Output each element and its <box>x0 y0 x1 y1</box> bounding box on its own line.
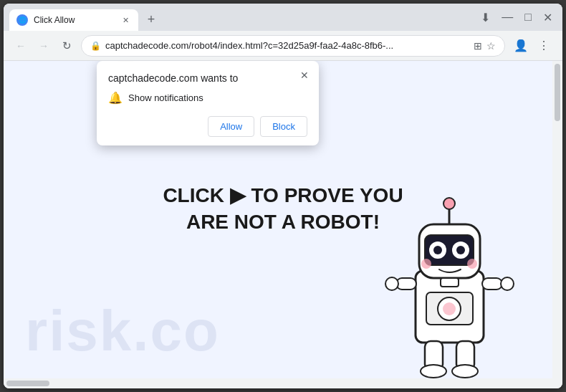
translate-icon[interactable]: ⊞ <box>474 40 482 52</box>
svg-point-10 <box>467 259 477 269</box>
title-bar: 🌐 Click Allow ✕ + ⬇ — □ ✕ <box>4 4 562 31</box>
forward-button[interactable]: → <box>35 37 52 54</box>
reload-button[interactable]: ↻ <box>58 37 75 54</box>
svg-point-18 <box>501 277 514 290</box>
maximize-button[interactable]: □ <box>522 9 534 25</box>
browser-window: 🌐 Click Allow ✕ + ⬇ — □ ✕ ← → ↻ 🔒 captch… <box>4 4 562 388</box>
url-text: captchadecode.com/robot4/index.html?c=32… <box>105 40 469 51</box>
tab-strip: 🌐 Click Allow ✕ + <box>4 4 478 31</box>
heading-line1: CLICK ▶ TO PROVE YOU <box>163 184 403 206</box>
svg-point-22 <box>452 365 478 378</box>
window-controls: ⬇ — □ ✕ <box>478 4 562 31</box>
heading-line2: ARE NOT A ROBOT! <box>186 211 380 233</box>
svg-point-8 <box>456 246 465 254</box>
new-tab-button[interactable]: + <box>141 9 161 29</box>
allow-button[interactable]: Allow <box>208 116 254 137</box>
svg-rect-15 <box>396 278 416 290</box>
popup-close-button[interactable]: ✕ <box>297 68 312 82</box>
star-icon[interactable]: ☆ <box>486 40 496 52</box>
popup-title: captchadecode.com wants to <box>108 72 307 84</box>
svg-point-21 <box>421 365 446 378</box>
horizontal-scrollbar[interactable] <box>4 378 562 388</box>
svg-point-17 <box>385 277 398 290</box>
popup-permission-row: 🔔 Show notifications <box>108 91 307 105</box>
svg-point-3 <box>443 198 455 209</box>
tab-title: Click Allow <box>34 15 114 25</box>
vertical-scrollbar[interactable] <box>552 61 562 378</box>
watermark-text: risk.co <box>25 298 220 364</box>
lock-icon: 🔒 <box>90 41 101 51</box>
download-icon[interactable]: ⬇ <box>478 9 493 26</box>
horizontal-scrollbar-thumb[interactable] <box>6 381 49 386</box>
svg-rect-16 <box>482 278 502 290</box>
close-button[interactable]: ✕ <box>540 9 555 26</box>
bell-icon: 🔔 <box>108 91 123 105</box>
svg-point-14 <box>443 302 456 315</box>
menu-button[interactable]: ⋮ <box>534 36 554 56</box>
tab-close-button[interactable]: ✕ <box>120 14 131 26</box>
main-text-area: CLICK ▶ TO PROVE YOU ARE NOT A ROBOT! <box>163 183 403 235</box>
page-content: ✕ captchadecode.com wants to 🔔 Show noti… <box>4 61 562 378</box>
url-right-icons: ⊞ ☆ <box>474 40 496 52</box>
back-button[interactable]: ← <box>12 37 29 54</box>
main-heading: CLICK ▶ TO PROVE YOU ARE NOT A ROBOT! <box>163 183 403 235</box>
popup-buttons: Allow Block <box>108 116 307 137</box>
svg-point-9 <box>421 259 431 269</box>
address-bar-right: 👤 ⋮ <box>511 36 554 56</box>
notification-popup: ✕ captchadecode.com wants to 🔔 Show noti… <box>97 61 319 145</box>
popup-permission-text: Show notifications <box>128 92 203 103</box>
minimize-button[interactable]: — <box>499 9 516 25</box>
url-bar[interactable]: 🔒 captchadecode.com/robot4/index.html?c=… <box>81 35 505 57</box>
active-tab[interactable]: 🌐 Click Allow ✕ <box>9 9 138 31</box>
address-bar: ← → ↻ 🔒 captchadecode.com/robot4/index.h… <box>4 31 562 61</box>
tab-favicon: 🌐 <box>16 14 28 26</box>
scrollbar-thumb[interactable] <box>555 64 560 121</box>
svg-rect-11 <box>441 278 459 287</box>
block-button[interactable]: Block <box>260 116 307 137</box>
svg-point-7 <box>433 246 442 254</box>
account-button[interactable]: 👤 <box>511 36 531 56</box>
